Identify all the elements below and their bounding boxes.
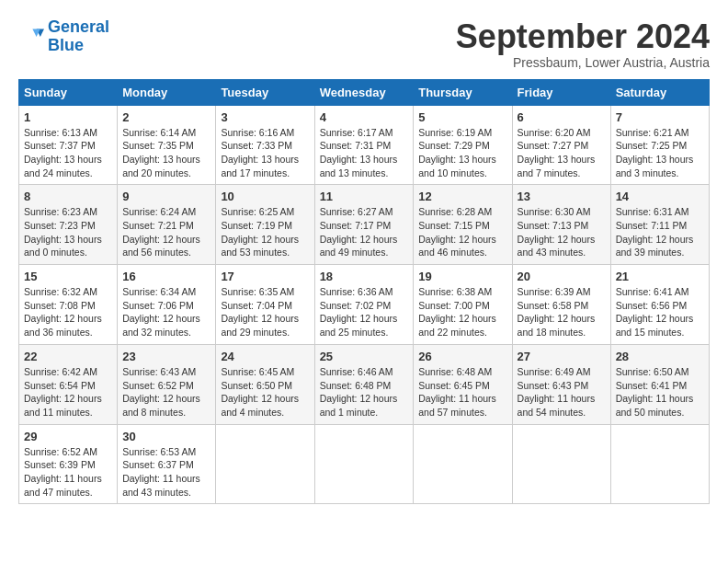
calendar-cell: 29Sunrise: 6:52 AM Sunset: 6:39 PM Dayli… [19,424,118,504]
calendar-week-row: 29Sunrise: 6:52 AM Sunset: 6:39 PM Dayli… [19,424,710,504]
calendar-cell: 23Sunrise: 6:43 AM Sunset: 6:52 PM Dayli… [118,344,216,424]
day-number: 7 [616,110,704,124]
day-number: 13 [518,190,606,203]
calendar-cell: 11Sunrise: 6:27 AM Sunset: 7:17 PM Dayli… [314,185,414,265]
day-detail: Sunrise: 6:24 AM Sunset: 7:21 PM Dayligh… [122,205,210,259]
calendar-cell: 21Sunrise: 6:41 AM Sunset: 6:56 PM Dayli… [610,265,709,345]
day-number: 3 [221,110,309,124]
day-number: 4 [320,110,409,124]
weekday-header-friday: Friday [512,79,610,105]
day-detail: Sunrise: 6:28 AM Sunset: 7:15 PM Dayligh… [418,205,506,259]
title-block: September 2024 Pressbaum, Lower Austria,… [456,18,710,70]
calendar-cell: 4Sunrise: 6:17 AM Sunset: 7:31 PM Daylig… [314,105,414,185]
calendar-cell: 24Sunrise: 6:45 AM Sunset: 6:50 PM Dayli… [216,344,314,424]
calendar-cell: 7Sunrise: 6:21 AM Sunset: 7:25 PM Daylig… [610,105,709,185]
day-detail: Sunrise: 6:53 AM Sunset: 6:37 PM Dayligh… [122,445,210,500]
weekday-header-saturday: Saturday [610,79,709,105]
day-detail: Sunrise: 6:42 AM Sunset: 6:54 PM Dayligh… [24,365,112,419]
calendar-cell: 22Sunrise: 6:42 AM Sunset: 6:54 PM Dayli… [19,344,118,424]
calendar-cell: 2Sunrise: 6:14 AM Sunset: 7:35 PM Daylig… [118,105,216,185]
day-number: 14 [616,190,704,203]
day-number: 18 [320,270,409,283]
day-detail: Sunrise: 6:43 AM Sunset: 6:52 PM Dayligh… [122,365,210,419]
day-detail: Sunrise: 6:49 AM Sunset: 6:43 PM Dayligh… [518,365,606,419]
day-detail: Sunrise: 6:34 AM Sunset: 7:06 PM Dayligh… [122,285,210,339]
day-number: 20 [518,270,606,283]
calendar-cell: 10Sunrise: 6:25 AM Sunset: 7:19 PM Dayli… [216,185,314,265]
calendar-week-row: 8Sunrise: 6:23 AM Sunset: 7:23 PM Daylig… [19,185,710,265]
day-number: 19 [418,270,506,283]
day-number: 23 [122,350,210,363]
logo-text: General Blue [48,18,109,55]
logo-line1: General [48,17,109,36]
calendar-cell [610,424,709,504]
day-number: 6 [518,110,606,124]
day-detail: Sunrise: 6:39 AM Sunset: 6:58 PM Dayligh… [518,285,606,339]
day-detail: Sunrise: 6:19 AM Sunset: 7:29 PM Dayligh… [418,126,506,180]
day-detail: Sunrise: 6:50 AM Sunset: 6:41 PM Dayligh… [616,365,704,419]
day-number: 24 [221,350,309,363]
day-detail: Sunrise: 6:36 AM Sunset: 7:02 PM Dayligh… [320,285,409,339]
calendar-cell: 25Sunrise: 6:46 AM Sunset: 6:48 PM Dayli… [314,344,414,424]
day-detail: Sunrise: 6:31 AM Sunset: 7:11 PM Dayligh… [616,205,704,259]
day-number: 12 [418,190,506,203]
day-detail: Sunrise: 6:38 AM Sunset: 7:00 PM Dayligh… [418,285,506,339]
day-number: 11 [320,190,409,203]
day-detail: Sunrise: 6:17 AM Sunset: 7:31 PM Dayligh… [320,126,409,180]
calendar-table: SundayMondayTuesdayWednesdayThursdayFrid… [18,79,710,505]
day-number: 28 [616,350,704,363]
day-number: 21 [616,270,704,283]
day-number: 17 [221,270,309,283]
header: General Blue September 2024 Pressbaum, L… [18,18,710,70]
calendar-cell: 6Sunrise: 6:20 AM Sunset: 7:27 PM Daylig… [512,105,610,185]
day-detail: Sunrise: 6:25 AM Sunset: 7:19 PM Dayligh… [221,205,309,259]
day-detail: Sunrise: 6:35 AM Sunset: 7:04 PM Dayligh… [221,285,309,339]
calendar-cell: 28Sunrise: 6:50 AM Sunset: 6:41 PM Dayli… [610,344,709,424]
day-detail: Sunrise: 6:13 AM Sunset: 7:37 PM Dayligh… [24,126,112,180]
day-detail: Sunrise: 6:32 AM Sunset: 7:08 PM Dayligh… [24,285,112,339]
calendar-cell: 19Sunrise: 6:38 AM Sunset: 7:00 PM Dayli… [414,265,512,345]
weekday-header-sunday: Sunday [19,79,118,105]
calendar-cell: 5Sunrise: 6:19 AM Sunset: 7:29 PM Daylig… [414,105,512,185]
day-number: 29 [24,430,112,443]
calendar-cell: 20Sunrise: 6:39 AM Sunset: 6:58 PM Dayli… [512,265,610,345]
day-detail: Sunrise: 6:46 AM Sunset: 6:48 PM Dayligh… [320,365,409,419]
calendar-cell: 3Sunrise: 6:16 AM Sunset: 7:33 PM Daylig… [216,105,314,185]
day-detail: Sunrise: 6:20 AM Sunset: 7:27 PM Dayligh… [518,126,606,180]
calendar-cell: 13Sunrise: 6:30 AM Sunset: 7:13 PM Dayli… [512,185,610,265]
day-number: 1 [24,110,112,124]
day-number: 2 [122,110,210,124]
calendar-cell: 30Sunrise: 6:53 AM Sunset: 6:37 PM Dayli… [118,424,216,504]
day-detail: Sunrise: 6:23 AM Sunset: 7:23 PM Dayligh… [24,205,112,259]
calendar-cell: 27Sunrise: 6:49 AM Sunset: 6:43 PM Dayli… [512,344,610,424]
day-number: 5 [418,110,506,124]
day-number: 27 [518,350,606,363]
day-number: 16 [122,270,210,283]
calendar-cell: 9Sunrise: 6:24 AM Sunset: 7:21 PM Daylig… [118,185,216,265]
day-detail: Sunrise: 6:27 AM Sunset: 7:17 PM Dayligh… [320,205,409,259]
month-title: September 2024 [456,18,710,55]
day-detail: Sunrise: 6:48 AM Sunset: 6:45 PM Dayligh… [418,365,506,419]
calendar-cell: 26Sunrise: 6:48 AM Sunset: 6:45 PM Dayli… [414,344,512,424]
day-detail: Sunrise: 6:45 AM Sunset: 6:50 PM Dayligh… [221,365,309,419]
calendar-week-row: 15Sunrise: 6:32 AM Sunset: 7:08 PM Dayli… [19,265,710,345]
day-detail: Sunrise: 6:16 AM Sunset: 7:33 PM Dayligh… [221,126,309,180]
weekday-header-tuesday: Tuesday [216,79,314,105]
logo: General Blue [18,18,109,55]
calendar-cell [216,424,314,504]
logo-line2: Blue [48,36,84,54]
location-subtitle: Pressbaum, Lower Austria, Austria [456,55,710,70]
calendar-cell: 18Sunrise: 6:36 AM Sunset: 7:02 PM Dayli… [314,265,414,345]
weekday-header-row: SundayMondayTuesdayWednesdayThursdayFrid… [19,79,710,105]
calendar-cell: 8Sunrise: 6:23 AM Sunset: 7:23 PM Daylig… [19,185,118,265]
weekday-header-thursday: Thursday [414,79,512,105]
day-detail: Sunrise: 6:41 AM Sunset: 6:56 PM Dayligh… [616,285,704,339]
day-number: 8 [24,190,112,203]
weekday-header-wednesday: Wednesday [314,79,414,105]
day-number: 9 [122,190,210,203]
calendar-cell: 17Sunrise: 6:35 AM Sunset: 7:04 PM Dayli… [216,265,314,345]
calendar-cell [314,424,414,504]
day-number: 22 [24,350,112,363]
day-detail: Sunrise: 6:30 AM Sunset: 7:13 PM Dayligh… [518,205,606,259]
day-number: 15 [24,270,112,283]
